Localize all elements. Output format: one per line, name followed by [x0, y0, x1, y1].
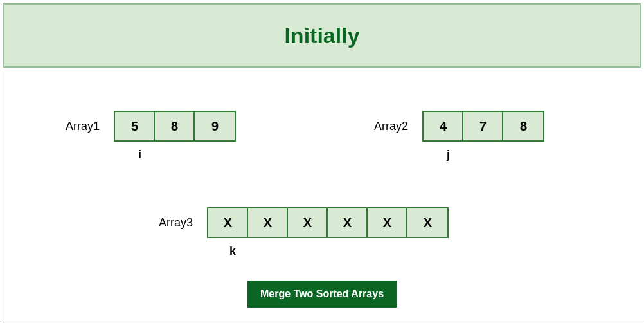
- array3-group: Array3 X X X X X X: [159, 207, 449, 238]
- array3-cells: X X X X X X: [207, 207, 449, 238]
- array3-cell: X: [328, 208, 368, 237]
- diagram-title: Initially: [284, 23, 359, 48]
- pointer-j: j: [447, 148, 450, 162]
- pointer-i: i: [138, 148, 141, 162]
- array2-cell: 4: [424, 112, 463, 140]
- array3-cell: X: [288, 208, 328, 237]
- merge-button[interactable]: Merge Two Sorted Arrays: [247, 281, 397, 308]
- array3-cell: X: [368, 208, 407, 237]
- array1-group: Array1 5 8 9: [66, 111, 236, 142]
- array2-cell: 8: [503, 112, 543, 140]
- array3-cell: X: [208, 208, 248, 237]
- pointer-k: k: [229, 245, 236, 258]
- array1-cell: 5: [115, 112, 155, 140]
- array1-label: Array1: [66, 120, 100, 133]
- array1-cells: 5 8 9: [114, 111, 236, 142]
- array3-label: Array3: [159, 216, 193, 230]
- diagram-frame: Initially Array1 5 8 9 i Array2 4 7 8 j …: [1, 1, 643, 322]
- array3-cell: X: [407, 208, 447, 237]
- array2-cell: 7: [463, 112, 503, 140]
- array3-cell: X: [248, 208, 288, 237]
- array2-group: Array2 4 7 8: [374, 111, 544, 142]
- header-bar: Initially: [3, 3, 641, 68]
- array2-cells: 4 7 8: [422, 111, 544, 142]
- array1-cell: 8: [155, 112, 195, 140]
- array1-cell: 9: [195, 112, 235, 140]
- array2-label: Array2: [374, 120, 408, 133]
- diagram-stage: Array1 5 8 9 i Array2 4 7 8 j Array3 X X…: [1, 72, 643, 322]
